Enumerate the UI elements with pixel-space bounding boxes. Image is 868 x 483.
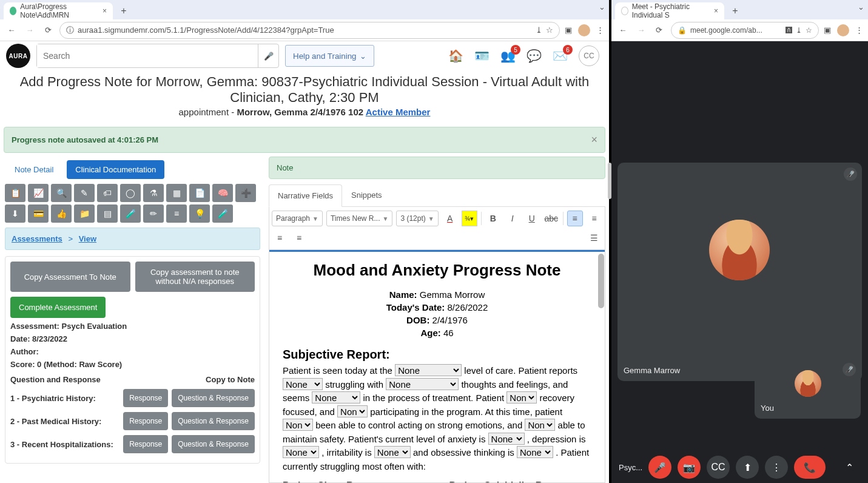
tool-edit-icon[interactable]: ✎: [74, 184, 95, 202]
tool-lines-icon[interactable]: ≡: [166, 204, 187, 223]
highlight-icon[interactable]: ¾▾: [462, 211, 477, 226]
home-icon[interactable]: 🏠: [448, 49, 463, 63]
tool-thumb-icon[interactable]: 👍: [51, 204, 72, 223]
question-response-button[interactable]: Question & Response: [172, 412, 255, 430]
dismiss-banner-icon[interactable]: ×: [591, 133, 597, 146]
bookmark-icon[interactable]: ☆: [806, 26, 812, 35]
people-icon[interactable]: 👥5: [500, 49, 516, 63]
tool-list-icon[interactable]: ▤: [97, 204, 118, 223]
forward-icon[interactable]: →: [634, 24, 648, 37]
back-icon[interactable]: ←: [616, 24, 630, 37]
depression-select[interactable]: None: [283, 446, 319, 458]
tool-beaker-icon[interactable]: 🧪: [120, 204, 141, 223]
tool-circle-icon[interactable]: ◯: [120, 184, 141, 202]
mail-icon[interactable]: ✉️6: [553, 49, 568, 63]
extensions-icon[interactable]: ▣: [565, 25, 572, 35]
copy-without-na-button[interactable]: Copy assessment to note without N/A resp…: [135, 262, 255, 292]
browser-menu-icon[interactable]: ⋮: [596, 25, 604, 35]
copy-assessment-button[interactable]: Copy Assessment To Note: [10, 262, 130, 292]
bookmark-icon[interactable]: ☆: [546, 25, 553, 35]
anxiety-select[interactable]: None: [488, 433, 525, 445]
tool-tube-icon[interactable]: 🧪: [212, 204, 233, 223]
reload-icon[interactable]: ⟳: [41, 24, 55, 37]
mic-icon[interactable]: 🎤: [258, 44, 278, 67]
align-right-icon[interactable]: ≡: [272, 230, 288, 246]
url-input[interactable]: 🔒 meet.google.com/ab... 🅰 ⤓ ☆: [671, 22, 819, 39]
patient-reports-select[interactable]: None: [283, 378, 323, 390]
tab-note-detail[interactable]: Note Detail: [6, 160, 62, 179]
more-options-button[interactable]: ⋮: [765, 456, 788, 479]
aura-logo-icon[interactable]: AURA: [6, 44, 30, 68]
subtab-narrative[interactable]: Narrative Fields: [269, 184, 342, 207]
expand-panel-icon[interactable]: ⌃: [838, 456, 861, 479]
search-input[interactable]: [37, 44, 258, 67]
back-icon[interactable]: ←: [5, 24, 18, 37]
underline-icon[interactable]: U: [524, 211, 540, 226]
time-patient-select[interactable]: None: [283, 419, 313, 431]
strikethrough-icon[interactable]: abc: [543, 211, 559, 226]
profile-avatar-icon[interactable]: [837, 24, 849, 36]
rte-size-select[interactable]: 3 (12pt)▼: [396, 211, 438, 226]
url-input[interactable]: ⓘ auraa1.sigmundemr.com/5.1.1/ProgressNo…: [59, 22, 560, 39]
reload-icon[interactable]: ⟳: [653, 24, 666, 37]
camera-toggle-button[interactable]: 📷: [678, 456, 701, 479]
question-response-button[interactable]: Question & Response: [172, 389, 255, 407]
tool-folder-icon[interactable]: 📁: [74, 204, 95, 223]
install-app-icon[interactable]: ⤓: [796, 26, 802, 35]
user-initials-button[interactable]: CC: [579, 46, 599, 66]
tool-card-icon[interactable]: 💳: [28, 204, 49, 223]
align-left-icon[interactable]: ≡: [567, 211, 583, 226]
install-app-icon[interactable]: ⤓: [536, 25, 542, 35]
tool-tag-icon[interactable]: 🏷: [97, 184, 118, 202]
forward-icon[interactable]: →: [23, 24, 36, 37]
lock-icon[interactable]: 🔒: [678, 26, 687, 35]
tool-pen-icon[interactable]: ✏: [143, 204, 164, 223]
response-button[interactable]: Response: [123, 389, 168, 407]
tool-grid-icon[interactable]: ▦: [166, 184, 187, 202]
browser-tab[interactable]: Meet - Psychiatric Individual S ×: [615, 2, 724, 19]
tool-search-icon[interactable]: 🔍: [51, 184, 72, 202]
tool-add-icon[interactable]: ➕: [235, 184, 256, 202]
emotions-select[interactable]: None: [525, 419, 555, 431]
tool-download-icon[interactable]: ⬇: [5, 204, 25, 223]
response-button[interactable]: Response: [123, 412, 168, 430]
close-tab-icon[interactable]: ×: [103, 7, 107, 15]
align-center-icon[interactable]: ≡: [587, 211, 602, 226]
hangup-button[interactable]: 📞: [794, 456, 826, 479]
recovery-select[interactable]: None: [506, 391, 537, 404]
mic-toggle-button[interactable]: 🎤: [648, 456, 671, 479]
irritability-select[interactable]: None: [374, 446, 411, 458]
tool-lamp-icon[interactable]: 💡: [189, 204, 210, 223]
complete-assessment-button[interactable]: Complete Assessment: [10, 297, 106, 318]
tab-clinical-documentation[interactable]: Clinical Documentation: [67, 160, 164, 179]
tool-vitals-icon[interactable]: 📈: [28, 184, 49, 202]
subtab-snippets[interactable]: Snippets: [342, 184, 391, 206]
note-tab[interactable]: Note: [269, 157, 605, 179]
new-tab-button[interactable]: +: [115, 2, 132, 19]
browser-menu-icon[interactable]: ⋮: [855, 25, 863, 35]
present-button[interactable]: ⬆: [736, 456, 759, 479]
chat-icon[interactable]: 💬: [527, 49, 542, 63]
tool-flask-icon[interactable]: ⚗: [143, 184, 164, 202]
browser-tab[interactable]: Aura\Progress Note\Add\MRN ×: [4, 2, 113, 19]
extensions-icon[interactable]: ▣: [824, 25, 831, 35]
obsessive-select[interactable]: None: [517, 446, 553, 458]
text-color-icon[interactable]: A: [442, 211, 458, 226]
rte-menu-icon[interactable]: ☰: [587, 230, 602, 246]
italic-icon[interactable]: I: [505, 211, 520, 226]
id-card-icon[interactable]: 🪪: [474, 49, 490, 63]
rte-paragraph-select[interactable]: Paragraph▼: [272, 211, 323, 226]
site-info-icon[interactable]: ⓘ: [66, 25, 74, 36]
profile-avatar-icon[interactable]: [578, 24, 590, 36]
tab-overflow-icon[interactable]: ⌄: [858, 2, 864, 12]
bold-icon[interactable]: B: [485, 211, 501, 226]
breadcrumb-view[interactable]: View: [79, 234, 96, 243]
tool-clipboard-icon[interactable]: 📋: [5, 184, 25, 202]
seems-select[interactable]: None: [312, 391, 360, 404]
participating-select[interactable]: None: [337, 405, 368, 417]
align-justify-icon[interactable]: ≡: [291, 230, 307, 246]
response-button[interactable]: Response: [123, 435, 168, 453]
self-video-tile[interactable]: 🎤̸ You: [755, 358, 861, 419]
level-of-care-select[interactable]: None: [395, 364, 462, 376]
editor-content[interactable]: Mood and Anxiety Progress Note Name: Gem…: [269, 250, 605, 483]
